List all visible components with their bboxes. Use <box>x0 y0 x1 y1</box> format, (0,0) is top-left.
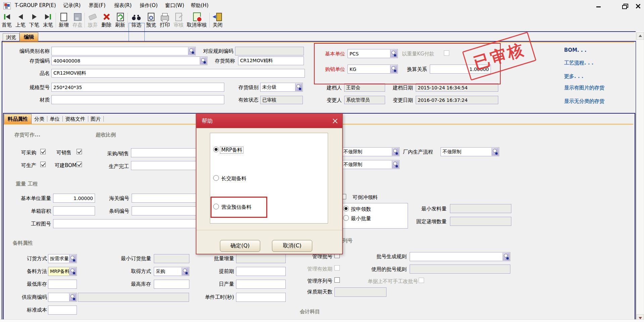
tab-classification[interactable]: 分类 <box>34 116 44 122</box>
restore-button[interactable] <box>620 3 628 9</box>
customs-code-field[interactable] <box>132 194 205 203</box>
lookup-icon[interactable] <box>390 65 397 73</box>
ok-button[interactable]: 确定(Q) <box>220 240 260 252</box>
batch-inc-label: 批量增量 <box>194 255 234 262</box>
lookup-icon[interactable] <box>69 293 76 301</box>
long-lead-option-radio[interactable] <box>213 175 219 181</box>
lookup-icon[interactable] <box>503 253 510 260</box>
cycle-time-label: 单件工时(秒) <box>190 294 234 300</box>
long-lead-option-label[interactable]: 长交期备料 <box>221 175 246 182</box>
daily-output-field[interactable] <box>236 280 286 289</box>
buy-sell-ratio-field[interactable] <box>131 148 205 157</box>
cancel-button[interactable]: 取消(C) <box>272 240 312 252</box>
tab-edit[interactable]: 编辑 <box>19 32 38 41</box>
order-mode-field[interactable]: 按需求量 <box>48 254 77 263</box>
sales-forecast-option-label[interactable]: 营业预估备料 <box>221 204 251 210</box>
base-unit-field[interactable]: PCS <box>348 49 398 58</box>
can-bom-label: 可建BOM <box>55 162 77 169</box>
max-stock-field[interactable] <box>154 280 189 289</box>
menu-help[interactable]: 帮助(H) <box>191 2 209 9</box>
menu-view[interactable]: 界面(F) <box>89 2 105 9</box>
menu-record[interactable]: 记录(R) <box>63 2 81 9</box>
can-bom-checkbox[interactable] <box>77 162 82 167</box>
mrp-option-label[interactable]: MRP备料 <box>220 147 243 154</box>
toolbar-last-button[interactable]: 末笔 <box>41 12 55 30</box>
close-button[interactable] <box>635 3 642 9</box>
trade-unit-field[interactable]: KG <box>348 65 398 74</box>
link-process-flow[interactable]: 工艺流程. . . <box>564 60 594 66</box>
batch-rule-field[interactable] <box>410 252 510 261</box>
prep-method-field[interactable]: MRP备料 <box>48 267 77 276</box>
dialog-title: 帮助 <box>196 114 342 128</box>
lookup-icon[interactable] <box>390 50 397 57</box>
mrp-option-radio[interactable] <box>213 147 219 152</box>
toolbar-cancel-audit-button[interactable]: 取消审核 <box>186 12 208 30</box>
barcode-field[interactable] <box>132 206 205 215</box>
prod-done-ratio-field[interactable] <box>131 161 205 170</box>
acquire-mode-field[interactable]: 采购 <box>154 267 189 276</box>
tab-picture[interactable]: 图片 <box>91 116 101 122</box>
toolbar-new-button[interactable]: 新增 <box>57 12 71 30</box>
menu-window[interactable]: 窗口(W) <box>165 2 184 9</box>
lookup-icon[interactable] <box>182 268 189 275</box>
toolbar-prev-button[interactable]: 上笔 <box>14 12 27 30</box>
factory-flow-field[interactable]: 不做限制 <box>441 147 499 156</box>
backflush-label: 可倒冲领料 <box>353 194 378 201</box>
issue-by-min-batch-radio[interactable] <box>343 215 349 221</box>
dialog-footer: 确定(Q) 取消(C) <box>196 230 342 254</box>
minimize-button[interactable] <box>595 3 602 9</box>
limit-field-2[interactable]: 不做限制 <box>341 160 400 169</box>
scroll-up-arrow[interactable] <box>637 32 644 40</box>
item-code-field[interactable]: 400400008 <box>51 56 208 65</box>
std-cost-field[interactable] <box>48 306 77 315</box>
tab-browse[interactable]: 浏览 <box>3 33 19 41</box>
toolbar-refresh-button[interactable]: 刷新 <box>113 12 127 30</box>
vertical-scrollbar[interactable] <box>636 31 644 322</box>
toolbar-delete-button[interactable]: 删除 <box>100 12 113 30</box>
toolbar-first-button[interactable]: 首笔 <box>0 12 13 30</box>
min-stock-field[interactable] <box>48 280 77 289</box>
menu-app[interactable]: T-GROUP ERP(E) <box>15 2 56 8</box>
toolbar-exit-button[interactable]: 关闭 <box>211 12 224 30</box>
link-more[interactable]: 更多. . . <box>564 73 584 80</box>
lookup-icon[interactable] <box>492 148 499 156</box>
status-label: 有效状态 <box>212 97 259 103</box>
issue-by-request-radio[interactable] <box>343 206 349 211</box>
nav-first-icon <box>0 12 13 22</box>
item-name-field[interactable]: CR12MOV精料 <box>51 69 305 78</box>
can-buy-checkbox[interactable] <box>40 149 46 154</box>
toolbar-filter-button[interactable]: 筛选 <box>130 12 143 30</box>
lookup-icon[interactable] <box>392 161 399 168</box>
tab-item-attributes[interactable]: 料品属性 <box>4 114 32 124</box>
toolbar-print-button[interactable]: 打印 <box>158 12 172 30</box>
menu-report[interactable]: 报表(R) <box>114 2 132 9</box>
lookup-icon[interactable] <box>69 255 76 263</box>
sales-forecast-option-radio[interactable] <box>213 204 219 209</box>
tab-qualification-files[interactable]: 资格文件 <box>65 116 85 122</box>
can-sell-checkbox[interactable] <box>77 149 82 154</box>
supplier-code-field[interactable] <box>48 293 77 302</box>
cycle-time-field[interactable] <box>236 293 286 302</box>
can-make-checkbox[interactable] <box>40 162 46 167</box>
link-bom[interactable]: BOM. . . <box>564 47 587 53</box>
link-show-unclassified[interactable]: 显示无分类的存货 <box>564 98 604 105</box>
drawing-no-field[interactable] <box>53 219 206 228</box>
spec-label: 规格型号 <box>0 84 50 91</box>
limit-field-1[interactable]: 不做限制 <box>341 147 400 156</box>
lookup-icon[interactable] <box>392 148 399 156</box>
manage-serial-checkbox[interactable] <box>334 277 340 283</box>
toolbar-separator <box>128 13 128 28</box>
material-field[interactable] <box>51 95 224 104</box>
spec-field[interactable]: 250*240*35 <box>51 83 224 92</box>
code-class-field[interactable] <box>51 47 196 55</box>
item-abbr-field[interactable]: CR12MOV精料 <box>238 56 304 65</box>
tab-unit[interactable]: 单位 <box>50 116 60 122</box>
dialog-close-icon[interactable] <box>331 117 339 125</box>
lead-time-field[interactable] <box>236 267 286 276</box>
lookup-icon[interactable] <box>69 268 76 275</box>
menu-action[interactable]: 操作(O) <box>140 2 158 9</box>
link-show-with-picture[interactable]: 显示有图片的存货 <box>564 85 604 91</box>
toolbar-next-button[interactable]: 下笔 <box>28 12 41 30</box>
toolbar-preview-button[interactable]: 预览 <box>144 12 158 30</box>
menu-bar: T-GROUP ERP(E) 记录(R) 界面(F) 报表(R) 操作(O) 窗… <box>0 0 644 11</box>
